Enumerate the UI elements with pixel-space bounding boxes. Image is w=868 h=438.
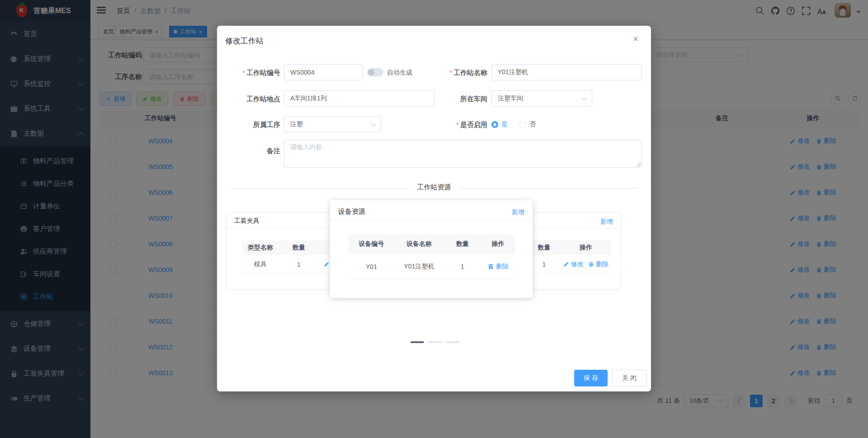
edit-workstation-dialog: 修改工作站 × *工作站编号 自动生成 *工作站名称 工作站地点 所在车间 注塑… [217, 26, 651, 391]
carousel-dot-1[interactable] [410, 341, 424, 343]
process-label: 所属工序 [217, 121, 280, 129]
chevron-down-icon [371, 121, 376, 126]
device-resource-panel: 设备资源 新增 设备编号 设备名称 数量 操作 Y01 Y01注塑机 1 删除 [330, 200, 533, 298]
right-panel-delete-link[interactable]: 删除 [588, 260, 609, 268]
device-table-header: 设备编号 设备名称 数量 操作 [349, 234, 515, 254]
workshop-select[interactable]: 注塑车间 [491, 90, 592, 107]
pencil-icon [563, 261, 569, 267]
radio-selected-icon [491, 121, 498, 128]
auto-generate-label: 自动生成 [387, 69, 412, 77]
name-label: *工作站名称 [420, 69, 487, 77]
resize-grip-icon[interactable] [637, 162, 641, 166]
right-panel-edit-link[interactable]: 修改 [563, 260, 584, 268]
right-panel-add-link[interactable]: 新增 [600, 218, 613, 226]
remark-textarea[interactable]: 请输入内容 [284, 140, 642, 168]
right-panel-table-header: 数量 操作 [527, 240, 611, 255]
save-button[interactable]: 保 存 [574, 370, 608, 386]
chevron-down-icon [582, 95, 587, 100]
location-label: 工作站地点 [217, 95, 280, 104]
right-panel-table-row: 1 修改 删除 [527, 255, 611, 274]
workstation-code-input[interactable] [284, 64, 363, 80]
remark-label: 备注 [217, 147, 280, 155]
device-panel-title: 设备资源 [338, 207, 365, 216]
enabled-no-radio[interactable]: 否 [519, 120, 536, 128]
process-select[interactable]: 注塑 [284, 116, 381, 132]
workshop-label: 所在车间 [420, 95, 487, 104]
code-label: *工作站编号 [217, 69, 280, 77]
carousel-indicators [410, 341, 459, 343]
resource-section-title: 工作站资源 [409, 183, 459, 192]
fixture-panel-title: 工装夹具 [234, 217, 259, 225]
enabled-label: *是否启用 [420, 121, 487, 129]
carousel-dot-3[interactable] [446, 341, 459, 343]
device-panel-add-link[interactable]: 新增 [512, 208, 524, 217]
radio-unselected-icon [519, 121, 526, 128]
auto-generate-switch[interactable] [367, 68, 383, 76]
carousel-dot-2[interactable] [428, 341, 442, 343]
dialog-close-icon[interactable]: × [633, 34, 638, 43]
enabled-yes-radio[interactable]: 是 [491, 120, 508, 128]
trash-icon [487, 263, 494, 270]
trash-icon [588, 261, 594, 267]
close-button[interactable]: 关 闭 [612, 370, 646, 386]
dialog-title: 修改工作站 [225, 36, 264, 46]
pencil-icon [324, 261, 330, 267]
workstation-location-input[interactable] [284, 90, 434, 107]
workstation-name-input[interactable] [491, 64, 642, 80]
device-table-row: Y01 Y01注塑机 1 删除 [349, 254, 515, 279]
device-delete-link[interactable]: 删除 [487, 263, 509, 271]
